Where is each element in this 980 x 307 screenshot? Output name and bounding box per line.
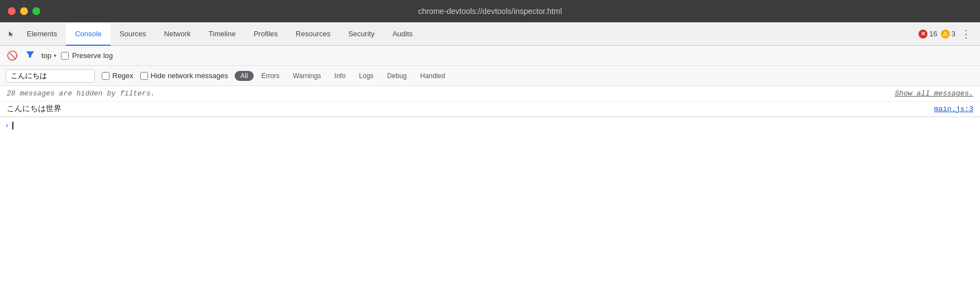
funnel-icon: [26, 50, 35, 61]
dropdown-arrow-icon: ▾: [54, 52, 56, 59]
regex-label: Regex: [112, 71, 134, 80]
devtools-main: Elements Console Sources Network Timelin…: [0, 22, 980, 307]
console-input[interactable]: [12, 121, 13, 129]
filter-all-button[interactable]: All: [235, 71, 253, 81]
search-input[interactable]: [6, 69, 95, 83]
tab-network[interactable]: Network: [155, 23, 200, 46]
warning-count-badge: ⚠ 3: [941, 30, 955, 39]
tab-resources[interactable]: Resources: [287, 23, 339, 46]
window-title: chrome-devtools://devtools/inspector.htm…: [418, 7, 562, 16]
tab-profiles[interactable]: Profiles: [245, 23, 287, 46]
tab-audits[interactable]: Audits: [383, 23, 421, 46]
preserve-log-checkbox[interactable]: [61, 52, 69, 60]
titlebar: chrome-devtools://devtools/inspector.htm…: [0, 0, 980, 22]
no-entry-icon: 🚫: [7, 50, 18, 61]
filter-info-button[interactable]: Info: [329, 71, 351, 81]
hide-network-checkbox[interactable]: [140, 72, 148, 80]
filter-errors-button[interactable]: Errors: [256, 71, 286, 81]
console-input-row[interactable]: ›: [0, 117, 980, 133]
more-menu-button[interactable]: ⋮: [959, 28, 973, 40]
hidden-messages-text: 28 messages are hidden by filters.: [7, 89, 891, 98]
filter-logs-button[interactable]: Logs: [354, 71, 379, 81]
log-source-link[interactable]: main.js:3: [934, 105, 973, 113]
cursor-blink: [12, 122, 13, 129]
preserve-log-area: Preserve log: [61, 51, 113, 60]
tab-timeline[interactable]: Timeline: [199, 23, 245, 46]
window-controls: [8, 7, 40, 15]
tab-security[interactable]: Security: [339, 23, 383, 46]
tabs-bar: Elements Console Sources Network Timelin…: [0, 22, 980, 46]
log-message-text: こんにちは世界: [7, 104, 934, 114]
table-row: こんにちは世界 main.js:3: [0, 102, 980, 117]
log-level-filters: All Errors Warnings Info Logs Debug Hand…: [235, 71, 450, 81]
show-all-messages-link[interactable]: Show all messages.: [895, 89, 973, 98]
warning-icon: ⚠: [941, 30, 950, 39]
clear-console-button[interactable]: 🚫: [6, 49, 19, 63]
filter-debug-button[interactable]: Debug: [382, 71, 412, 81]
context-label: top: [41, 51, 51, 60]
filter-bar: Regex Hide network messages All Errors W…: [0, 66, 980, 86]
error-icon: ✕: [919, 30, 927, 39]
tabs-right-area: ✕ 16 ⚠ 3 ⋮: [919, 22, 980, 45]
maximize-button[interactable]: [32, 7, 40, 15]
tab-elements[interactable]: Elements: [18, 23, 66, 46]
console-content: 28 messages are hidden by filters. Show …: [0, 86, 980, 307]
prompt-chevron-icon: ›: [4, 121, 9, 130]
tab-sources[interactable]: Sources: [111, 23, 155, 46]
hide-network-option[interactable]: Hide network messages: [140, 71, 229, 80]
minimize-button[interactable]: [20, 7, 28, 15]
filter-handled-button[interactable]: Handled: [415, 71, 451, 81]
console-toolbar: 🚫 top ▾ Preserve log: [0, 46, 980, 66]
regex-checkbox[interactable]: [102, 72, 110, 80]
hidden-messages-row: 28 messages are hidden by filters. Show …: [0, 86, 980, 102]
regex-option[interactable]: Regex: [102, 71, 134, 80]
filter-toggle-button[interactable]: [23, 49, 37, 63]
hide-network-label: Hide network messages: [151, 71, 229, 80]
cursor-tool-icon[interactable]: [4, 22, 18, 45]
preserve-log-label: Preserve log: [72, 51, 113, 60]
close-button[interactable]: [8, 7, 16, 15]
tab-console[interactable]: Console: [66, 23, 111, 46]
filter-warnings-button[interactable]: Warnings: [287, 71, 326, 81]
error-count-badge: ✕ 16: [919, 30, 937, 39]
context-selector[interactable]: top ▾: [41, 51, 56, 60]
